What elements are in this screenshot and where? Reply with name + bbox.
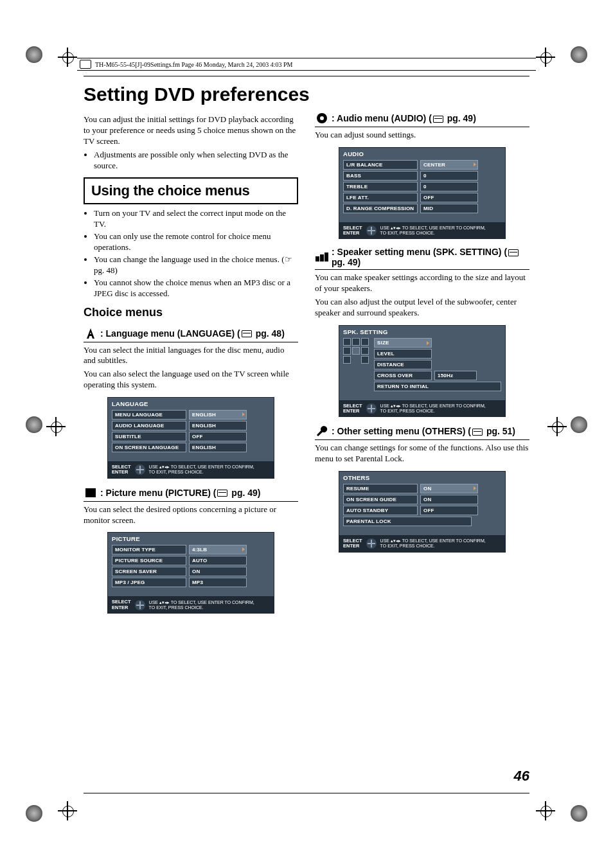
osd-language: LANGUAGE MENU LANGUAGEENGLISH AUDIO LANG… bbox=[107, 397, 274, 479]
osd-tab-icons bbox=[221, 400, 270, 407]
choice-bullet: You can change the language used in the … bbox=[94, 254, 298, 276]
picture-desc: You can select the desired options conce… bbox=[84, 504, 298, 526]
osd-tab-icons bbox=[452, 474, 501, 481]
speaker-icon bbox=[315, 251, 329, 263]
osd-row: ON SCREEN GUIDEON bbox=[343, 495, 501, 504]
svg-point-2 bbox=[320, 116, 324, 120]
crop-mark-icon bbox=[26, 416, 42, 433]
page-ref-icon bbox=[472, 429, 483, 436]
osd-title: SPK. SETTING bbox=[343, 328, 388, 335]
heading-language-menu: : Language menu (LANGUAGE) ( pg. 48) bbox=[84, 327, 298, 342]
heading-others-menu: : Other setting menu (OTHERS) ( pg. 51) bbox=[315, 425, 529, 440]
choice-bullet: Turn on your TV and select the correct i… bbox=[94, 208, 298, 230]
registration-mark-icon bbox=[60, 50, 75, 64]
osd-footer: SELECTENTER USE ▴▾◂▸ TO SELECT, USE ENTE… bbox=[339, 536, 506, 553]
osd-others: OTHERS RESUMEON ON SCREEN GUIDEON AUTO S… bbox=[339, 471, 506, 553]
osd-row: PICTURE SOURCEAUTO bbox=[112, 556, 270, 565]
dpad-icon bbox=[135, 600, 145, 610]
osd-row: LEVEL bbox=[374, 349, 501, 359]
heading-speaker-menu: : Speaker setting menu (SPK. SETTING) ( … bbox=[315, 247, 529, 270]
osd-row: SUBTITLEOFF bbox=[112, 432, 270, 441]
osd-row: RESUMEON bbox=[343, 484, 501, 493]
page-ref-icon bbox=[217, 490, 227, 497]
svg-rect-5 bbox=[324, 252, 328, 261]
language-desc-1: You can select the initial languages for… bbox=[84, 345, 298, 367]
osd-row: D. RANGE COMPRESSIONMID bbox=[343, 204, 501, 213]
osd-row: TREBLE0 bbox=[343, 182, 501, 191]
spk-desc-1: You can make speaker settings according … bbox=[315, 272, 529, 294]
dpad-icon bbox=[135, 465, 145, 475]
osd-row: AUDIO LANGUAGEENGLISH bbox=[112, 421, 270, 430]
choice-bullets: Turn on your TV and select the correct i… bbox=[84, 208, 298, 299]
osd-picture: PICTURE MONITOR TYPE4:3LB PICTURE SOURCE… bbox=[107, 532, 274, 614]
heading-text: : Other setting menu (OTHERS) ( pg. 51) bbox=[332, 426, 515, 436]
osd-tab-icons bbox=[221, 535, 270, 542]
registration-mark-icon bbox=[49, 420, 63, 434]
section-box-heading: Using the choice menus bbox=[84, 177, 298, 204]
registration-mark-icon bbox=[60, 804, 75, 818]
crop-mark-icon bbox=[571, 46, 587, 63]
dpad-icon bbox=[366, 538, 377, 549]
language-desc-2: You can also select the language used on… bbox=[84, 369, 298, 391]
osd-audio: AUDIO L/R BALANCECENTER BASS0 TREBLE0 LF… bbox=[339, 147, 506, 240]
intro-bullet: Adjustments are possible only when selec… bbox=[94, 150, 298, 172]
crop-mark-icon bbox=[571, 416, 587, 433]
rule-top bbox=[84, 76, 529, 76]
osd-row: L/R BALANCECENTER bbox=[343, 160, 501, 170]
registration-mark-icon bbox=[550, 420, 564, 434]
rule-bottom bbox=[84, 793, 529, 793]
heading-text: : Language menu (LANGUAGE) ( pg. 48) bbox=[100, 328, 285, 339]
svg-rect-4 bbox=[320, 254, 324, 261]
osd-row: SIZE bbox=[374, 338, 501, 348]
osd-tab-icons bbox=[452, 328, 501, 335]
heading-text: : Picture menu (PICTURE) ( pg. 49) bbox=[100, 488, 260, 498]
osd-row: CROSS OVER150Hz bbox=[374, 371, 501, 380]
language-icon bbox=[84, 327, 98, 340]
osd-title: LANGUAGE bbox=[112, 400, 148, 407]
crop-mark-icon bbox=[26, 805, 42, 822]
osd-row: ON SCREEN LANGUAGEENGLISH bbox=[112, 443, 270, 452]
page-title: Setting DVD preferences bbox=[84, 84, 529, 105]
audio-icon bbox=[315, 112, 329, 125]
document-header: TH-M65-55-45[J]-09Settings.fm Page 46 Mo… bbox=[77, 58, 536, 71]
registration-mark-icon bbox=[538, 804, 553, 818]
intro-bullets: Adjustments are possible only when selec… bbox=[84, 150, 298, 172]
osd-footer: SELECTENTER USE ▴▾◂▸ TO SELECT, USE ENTE… bbox=[339, 223, 506, 240]
osd-tab-icons bbox=[452, 150, 501, 157]
page-ref-icon bbox=[508, 249, 519, 256]
book-icon bbox=[80, 60, 91, 69]
speaker-layout-icon bbox=[343, 338, 370, 391]
osd-row: MONITOR TYPE4:3LB bbox=[112, 545, 270, 554]
dpad-icon bbox=[366, 226, 377, 236]
subheading-choice-menus: Choice menus bbox=[84, 306, 298, 319]
others-desc: You can change settings for some of the … bbox=[315, 443, 529, 465]
osd-row: PARENTAL LOCK bbox=[343, 517, 501, 526]
osd-row: LFE ATT.OFF bbox=[343, 193, 501, 202]
heading-text: : Audio menu (AUDIO) ( pg. 49) bbox=[332, 113, 476, 123]
crop-mark-icon bbox=[26, 46, 42, 63]
heading-picture-menu: : Picture menu (PICTURE) ( pg. 49) bbox=[84, 486, 298, 502]
osd-row: AUTO STANDBYOFF bbox=[343, 506, 501, 515]
choice-bullet: You can only use the remote control for … bbox=[94, 231, 298, 253]
osd-footer: SELECTENTER USE ▴▾◂▸ TO SELECT, USE ENTE… bbox=[339, 401, 506, 418]
svg-rect-0 bbox=[85, 488, 96, 497]
svg-rect-3 bbox=[315, 256, 319, 261]
osd-title: AUDIO bbox=[343, 150, 364, 157]
osd-row: MP3 / JPEGMP3 bbox=[112, 578, 270, 587]
osd-row: DISTANCE bbox=[374, 360, 501, 369]
audio-desc: You can adjust sound settings. bbox=[315, 130, 529, 141]
osd-row: RETURN TO INITIAL bbox=[374, 382, 501, 391]
page-number: 46 bbox=[514, 768, 529, 784]
osd-title: PICTURE bbox=[112, 535, 140, 542]
osd-row: MENU LANGUAGEENGLISH bbox=[112, 410, 270, 420]
osd-spk: SPK. SETTING SIZE LEVEL bbox=[339, 325, 506, 418]
osd-row: SCREEN SAVERON bbox=[112, 567, 270, 576]
heading-text: : Speaker setting menu (SPK. SETTING) ( … bbox=[332, 247, 529, 267]
page-ref-icon bbox=[433, 116, 443, 123]
choice-bullet: You cannot show the choice menus when an… bbox=[94, 278, 298, 299]
picture-icon bbox=[84, 486, 98, 499]
intro-paragraph: You can adjust the initial settings for … bbox=[84, 114, 298, 147]
wrench-icon bbox=[315, 425, 329, 438]
osd-footer: SELECTENTER USE ▴▾◂▸ TO SELECT, USE ENTE… bbox=[107, 462, 274, 479]
heading-audio-menu: : Audio menu (AUDIO) ( pg. 49) bbox=[315, 112, 529, 127]
